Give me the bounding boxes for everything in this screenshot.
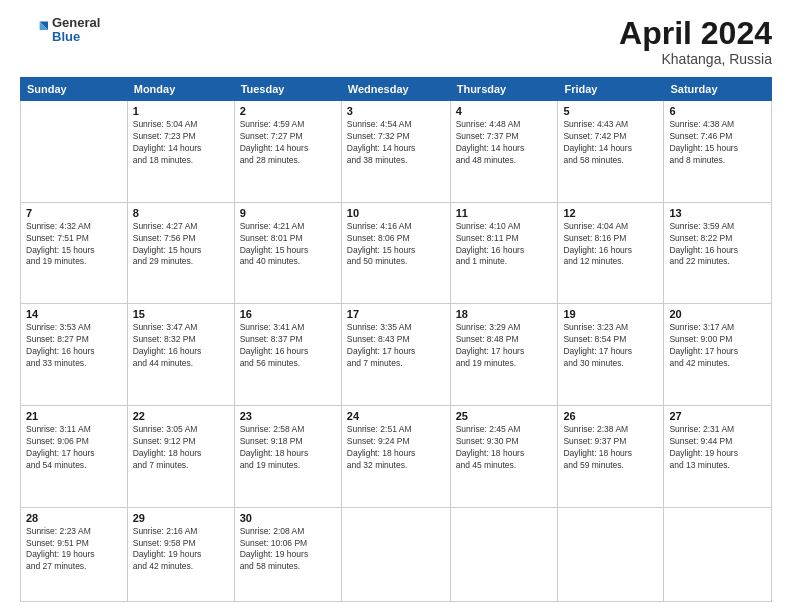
logo-blue-text: Blue bbox=[52, 30, 100, 44]
calendar-location: Khatanga, Russia bbox=[619, 51, 772, 67]
day-number: 18 bbox=[456, 308, 553, 320]
day-number: 13 bbox=[669, 207, 766, 219]
day-info: Sunrise: 4:16 AM Sunset: 8:06 PM Dayligh… bbox=[347, 221, 445, 269]
table-row: 22Sunrise: 3:05 AM Sunset: 9:12 PM Dayli… bbox=[127, 406, 234, 508]
table-row: 18Sunrise: 3:29 AM Sunset: 8:48 PM Dayli… bbox=[450, 304, 558, 406]
day-number: 10 bbox=[347, 207, 445, 219]
header-sunday: Sunday bbox=[21, 78, 128, 101]
day-info: Sunrise: 3:59 AM Sunset: 8:22 PM Dayligh… bbox=[669, 221, 766, 269]
table-row bbox=[664, 507, 772, 601]
table-row: 28Sunrise: 2:23 AM Sunset: 9:51 PM Dayli… bbox=[21, 507, 128, 601]
day-info: Sunrise: 4:04 AM Sunset: 8:16 PM Dayligh… bbox=[563, 221, 658, 269]
table-row: 16Sunrise: 3:41 AM Sunset: 8:37 PM Dayli… bbox=[234, 304, 341, 406]
header-tuesday: Tuesday bbox=[234, 78, 341, 101]
table-row: 19Sunrise: 3:23 AM Sunset: 8:54 PM Dayli… bbox=[558, 304, 664, 406]
day-number: 9 bbox=[240, 207, 336, 219]
day-number: 21 bbox=[26, 410, 122, 422]
day-info: Sunrise: 4:27 AM Sunset: 7:56 PM Dayligh… bbox=[133, 221, 229, 269]
day-info: Sunrise: 4:32 AM Sunset: 7:51 PM Dayligh… bbox=[26, 221, 122, 269]
header-wednesday: Wednesday bbox=[341, 78, 450, 101]
day-number: 14 bbox=[26, 308, 122, 320]
table-row: 29Sunrise: 2:16 AM Sunset: 9:58 PM Dayli… bbox=[127, 507, 234, 601]
header-thursday: Thursday bbox=[450, 78, 558, 101]
calendar-header-row: Sunday Monday Tuesday Wednesday Thursday… bbox=[21, 78, 772, 101]
day-info: Sunrise: 3:11 AM Sunset: 9:06 PM Dayligh… bbox=[26, 424, 122, 472]
table-row: 6Sunrise: 4:38 AM Sunset: 7:46 PM Daylig… bbox=[664, 101, 772, 203]
table-row: 23Sunrise: 2:58 AM Sunset: 9:18 PM Dayli… bbox=[234, 406, 341, 508]
table-row: 7Sunrise: 4:32 AM Sunset: 7:51 PM Daylig… bbox=[21, 202, 128, 304]
day-number: 24 bbox=[347, 410, 445, 422]
calendar-week-row: 7Sunrise: 4:32 AM Sunset: 7:51 PM Daylig… bbox=[21, 202, 772, 304]
table-row bbox=[450, 507, 558, 601]
calendar-week-row: 14Sunrise: 3:53 AM Sunset: 8:27 PM Dayli… bbox=[21, 304, 772, 406]
table-row: 1Sunrise: 5:04 AM Sunset: 7:23 PM Daylig… bbox=[127, 101, 234, 203]
day-info: Sunrise: 3:53 AM Sunset: 8:27 PM Dayligh… bbox=[26, 322, 122, 370]
header-monday: Monday bbox=[127, 78, 234, 101]
day-number: 26 bbox=[563, 410, 658, 422]
title-block: April 2024 Khatanga, Russia bbox=[619, 16, 772, 67]
table-row: 14Sunrise: 3:53 AM Sunset: 8:27 PM Dayli… bbox=[21, 304, 128, 406]
day-info: Sunrise: 4:10 AM Sunset: 8:11 PM Dayligh… bbox=[456, 221, 553, 269]
table-row: 9Sunrise: 4:21 AM Sunset: 8:01 PM Daylig… bbox=[234, 202, 341, 304]
day-number: 11 bbox=[456, 207, 553, 219]
table-row: 11Sunrise: 4:10 AM Sunset: 8:11 PM Dayli… bbox=[450, 202, 558, 304]
day-number: 22 bbox=[133, 410, 229, 422]
day-info: Sunrise: 5:04 AM Sunset: 7:23 PM Dayligh… bbox=[133, 119, 229, 167]
calendar-week-row: 28Sunrise: 2:23 AM Sunset: 9:51 PM Dayli… bbox=[21, 507, 772, 601]
header-friday: Friday bbox=[558, 78, 664, 101]
day-number: 4 bbox=[456, 105, 553, 117]
table-row: 30Sunrise: 2:08 AM Sunset: 10:06 PM Dayl… bbox=[234, 507, 341, 601]
table-row: 10Sunrise: 4:16 AM Sunset: 8:06 PM Dayli… bbox=[341, 202, 450, 304]
day-number: 16 bbox=[240, 308, 336, 320]
day-info: Sunrise: 2:58 AM Sunset: 9:18 PM Dayligh… bbox=[240, 424, 336, 472]
table-row bbox=[21, 101, 128, 203]
table-row: 24Sunrise: 2:51 AM Sunset: 9:24 PM Dayli… bbox=[341, 406, 450, 508]
day-number: 12 bbox=[563, 207, 658, 219]
table-row: 17Sunrise: 3:35 AM Sunset: 8:43 PM Dayli… bbox=[341, 304, 450, 406]
day-info: Sunrise: 2:51 AM Sunset: 9:24 PM Dayligh… bbox=[347, 424, 445, 472]
day-info: Sunrise: 2:38 AM Sunset: 9:37 PM Dayligh… bbox=[563, 424, 658, 472]
logo-icon bbox=[20, 16, 48, 44]
table-row: 12Sunrise: 4:04 AM Sunset: 8:16 PM Dayli… bbox=[558, 202, 664, 304]
table-row: 2Sunrise: 4:59 AM Sunset: 7:27 PM Daylig… bbox=[234, 101, 341, 203]
day-number: 5 bbox=[563, 105, 658, 117]
day-info: Sunrise: 4:38 AM Sunset: 7:46 PM Dayligh… bbox=[669, 119, 766, 167]
logo-text: General Blue bbox=[52, 16, 100, 45]
calendar-week-row: 21Sunrise: 3:11 AM Sunset: 9:06 PM Dayli… bbox=[21, 406, 772, 508]
logo-general-text: General bbox=[52, 16, 100, 30]
day-number: 2 bbox=[240, 105, 336, 117]
table-row: 5Sunrise: 4:43 AM Sunset: 7:42 PM Daylig… bbox=[558, 101, 664, 203]
day-number: 30 bbox=[240, 512, 336, 524]
day-info: Sunrise: 4:43 AM Sunset: 7:42 PM Dayligh… bbox=[563, 119, 658, 167]
table-row: 25Sunrise: 2:45 AM Sunset: 9:30 PM Dayli… bbox=[450, 406, 558, 508]
day-number: 29 bbox=[133, 512, 229, 524]
day-info: Sunrise: 4:48 AM Sunset: 7:37 PM Dayligh… bbox=[456, 119, 553, 167]
calendar-title: April 2024 bbox=[619, 16, 772, 51]
day-number: 23 bbox=[240, 410, 336, 422]
table-row: 26Sunrise: 2:38 AM Sunset: 9:37 PM Dayli… bbox=[558, 406, 664, 508]
day-number: 6 bbox=[669, 105, 766, 117]
day-number: 17 bbox=[347, 308, 445, 320]
day-number: 3 bbox=[347, 105, 445, 117]
day-info: Sunrise: 3:17 AM Sunset: 9:00 PM Dayligh… bbox=[669, 322, 766, 370]
table-row: 13Sunrise: 3:59 AM Sunset: 8:22 PM Dayli… bbox=[664, 202, 772, 304]
calendar-table: Sunday Monday Tuesday Wednesday Thursday… bbox=[20, 77, 772, 602]
header-saturday: Saturday bbox=[664, 78, 772, 101]
day-info: Sunrise: 3:41 AM Sunset: 8:37 PM Dayligh… bbox=[240, 322, 336, 370]
day-number: 15 bbox=[133, 308, 229, 320]
day-number: 7 bbox=[26, 207, 122, 219]
day-number: 27 bbox=[669, 410, 766, 422]
day-number: 28 bbox=[26, 512, 122, 524]
day-info: Sunrise: 2:23 AM Sunset: 9:51 PM Dayligh… bbox=[26, 526, 122, 574]
day-info: Sunrise: 2:45 AM Sunset: 9:30 PM Dayligh… bbox=[456, 424, 553, 472]
table-row: 27Sunrise: 2:31 AM Sunset: 9:44 PM Dayli… bbox=[664, 406, 772, 508]
day-info: Sunrise: 3:29 AM Sunset: 8:48 PM Dayligh… bbox=[456, 322, 553, 370]
day-number: 25 bbox=[456, 410, 553, 422]
day-info: Sunrise: 4:54 AM Sunset: 7:32 PM Dayligh… bbox=[347, 119, 445, 167]
table-row: 20Sunrise: 3:17 AM Sunset: 9:00 PM Dayli… bbox=[664, 304, 772, 406]
table-row: 15Sunrise: 3:47 AM Sunset: 8:32 PM Dayli… bbox=[127, 304, 234, 406]
header: General Blue April 2024 Khatanga, Russia bbox=[20, 16, 772, 67]
day-info: Sunrise: 2:31 AM Sunset: 9:44 PM Dayligh… bbox=[669, 424, 766, 472]
day-info: Sunrise: 3:05 AM Sunset: 9:12 PM Dayligh… bbox=[133, 424, 229, 472]
day-info: Sunrise: 2:16 AM Sunset: 9:58 PM Dayligh… bbox=[133, 526, 229, 574]
